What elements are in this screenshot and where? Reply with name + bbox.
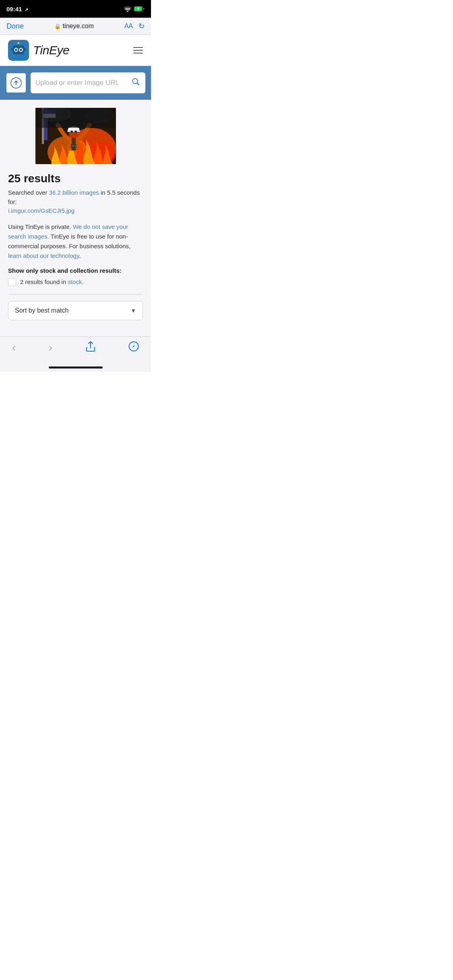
hamburger-line-1 — [133, 47, 143, 48]
compass-button[interactable] — [128, 341, 139, 354]
learn-more-link[interactable]: learn about our technology — [8, 252, 79, 259]
site-logo[interactable]: TinEye — [8, 40, 69, 61]
svg-point-44 — [133, 346, 134, 347]
search-input-wrapper[interactable]: Upload or enter Image URL — [31, 72, 145, 93]
sort-label: Sort by best match — [15, 307, 68, 314]
results-description: Searched over 36.2 billion images in 5.5… — [8, 188, 143, 216]
stock-checkbox-row: 2 results found in stock. — [8, 278, 143, 286]
search-placeholder: Upload or enter Image URL — [35, 79, 119, 87]
battery-icon — [134, 6, 145, 12]
sort-dropdown[interactable]: Sort by best match ▼ — [8, 301, 143, 320]
svg-point-30 — [70, 131, 73, 133]
status-bar: 09:41 ↗ — [0, 0, 151, 18]
stock-checkbox[interactable] — [8, 278, 16, 286]
result-image — [35, 108, 116, 164]
bottom-navigation: ‹ › — [0, 336, 151, 364]
svg-rect-12 — [11, 48, 13, 51]
privacy-text: Using TinEye is private. We do not save … — [8, 222, 143, 261]
logo-text: TinEye — [33, 43, 69, 57]
status-icons — [124, 6, 145, 12]
svg-rect-2 — [143, 8, 145, 10]
divider — [8, 294, 143, 294]
result-image-container — [8, 108, 143, 164]
home-indicator — [0, 364, 151, 372]
upload-button[interactable] — [6, 72, 27, 93]
svg-point-10 — [21, 49, 22, 51]
upload-arrow-icon — [10, 77, 22, 89]
svg-rect-24 — [72, 137, 76, 150]
image-source-url[interactable]: i.imgur.com/GsECJI5.jpg — [8, 206, 143, 216]
svg-rect-11 — [15, 52, 22, 54]
home-bar — [49, 366, 103, 369]
svg-point-15 — [18, 42, 20, 44]
nav-bar: TinEye — [0, 35, 151, 66]
text-size-button[interactable]: AA — [124, 23, 133, 30]
browser-controls: AA ↻ — [124, 22, 145, 31]
svg-rect-28 — [67, 130, 80, 132]
browser-bar: Done 🔒 tineye.com AA ↻ — [0, 18, 151, 35]
back-button[interactable]: ‹ — [12, 341, 16, 354]
stock-link[interactable]: stock — [68, 278, 82, 285]
chevron-down-icon: ▼ — [130, 307, 136, 314]
url-text: tineye.com — [63, 23, 94, 30]
stock-label: Show only stock and collection results: — [8, 267, 143, 274]
hamburger-line-3 — [133, 53, 143, 54]
svg-point-7 — [16, 49, 17, 51]
lock-icon: 🔒 — [54, 23, 61, 29]
results-count: 25 results — [8, 172, 143, 185]
svg-point-31 — [74, 131, 77, 133]
done-button[interactable]: Done — [6, 22, 24, 31]
svg-rect-13 — [24, 48, 26, 51]
main-content: 25 results Searched over 36.2 billion im… — [0, 100, 151, 336]
svg-rect-29 — [69, 132, 78, 138]
search-section: Upload or enter Image URL — [0, 66, 151, 100]
stock-section: Show only stock and collection results: … — [8, 267, 143, 286]
svg-point-35 — [71, 145, 74, 147]
billion-images-link[interactable]: 36.2 billion images — [49, 189, 99, 196]
stock-count-text: 2 results found in stock. — [20, 278, 84, 285]
hamburger-menu[interactable] — [133, 47, 143, 54]
refresh-button[interactable]: ↻ — [139, 22, 145, 31]
status-time: 09:41 ↗ — [6, 6, 28, 12]
location-icon: ↗ — [25, 7, 28, 12]
svg-point-42 — [86, 109, 114, 123]
search-button[interactable] — [131, 77, 141, 89]
share-button[interactable] — [85, 341, 96, 354]
svg-point-36 — [74, 145, 77, 147]
wifi-icon — [124, 6, 131, 12]
hamburger-line-2 — [133, 50, 143, 51]
url-bar[interactable]: 🔒 tineye.com — [54, 23, 94, 30]
logo-icon — [8, 40, 29, 61]
forward-button[interactable]: › — [49, 341, 52, 354]
